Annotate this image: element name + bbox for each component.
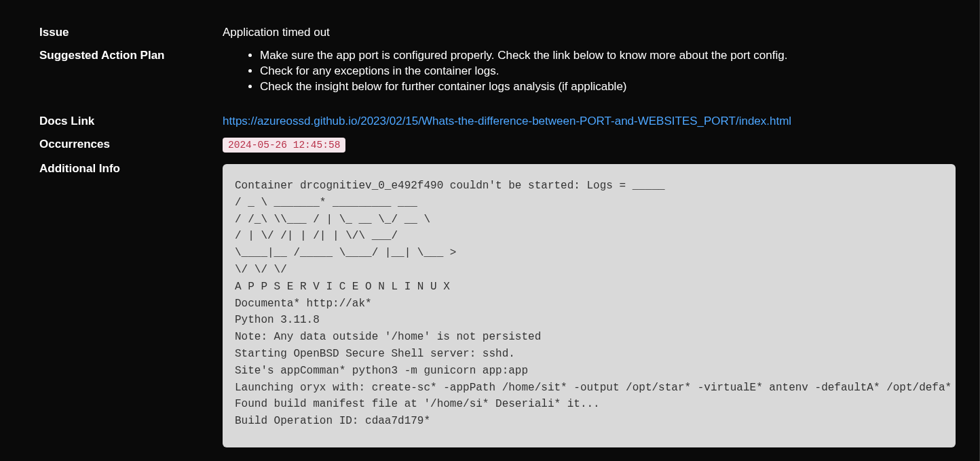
timestamp-badge: 2024-05-26 12:45:58: [223, 138, 345, 153]
action-item: Check for any exceptions in the containe…: [260, 64, 940, 78]
occurrences-label: Occurrences: [39, 138, 223, 153]
action-plan-list: Make sure the app port is configured pro…: [223, 49, 940, 94]
docs-link-label: Docs Link: [39, 115, 223, 128]
action-plan-label: Suggested Action Plan: [39, 49, 223, 96]
issue-value: Application timed out: [223, 26, 940, 39]
docs-link[interactable]: https://azureossd.github.io/2023/02/15/W…: [223, 115, 791, 127]
additional-info-value: Container drcognitiev_0_e492f490 couldn'…: [223, 162, 956, 447]
docs-link-value: https://azureossd.github.io/2023/02/15/W…: [223, 115, 940, 128]
occurrences-value: 2024-05-26 12:45:58: [223, 138, 940, 153]
main-container: Issue Application timed out Suggested Ac…: [0, 0, 980, 461]
additional-info-label: Additional Info: [39, 162, 223, 447]
action-plan-value: Make sure the app port is configured pro…: [223, 49, 940, 96]
issue-label: Issue: [39, 26, 223, 39]
action-plan-row: Suggested Action Plan Make sure the app …: [39, 49, 940, 96]
docs-link-row: Docs Link https://azureossd.github.io/20…: [39, 115, 940, 128]
additional-info-row: Additional Info Container drcognitiev_0_…: [39, 162, 940, 447]
action-item: Make sure the app port is configured pro…: [260, 49, 940, 62]
vertical-scrollbar[interactable]: [971, 0, 978, 461]
log-output[interactable]: Container drcognitiev_0_e492f490 couldn'…: [223, 164, 956, 447]
occurrences-row: Occurrences 2024-05-26 12:45:58: [39, 138, 940, 153]
action-item: Check the insight below for further cont…: [260, 80, 940, 94]
issue-row: Issue Application timed out: [39, 26, 940, 39]
